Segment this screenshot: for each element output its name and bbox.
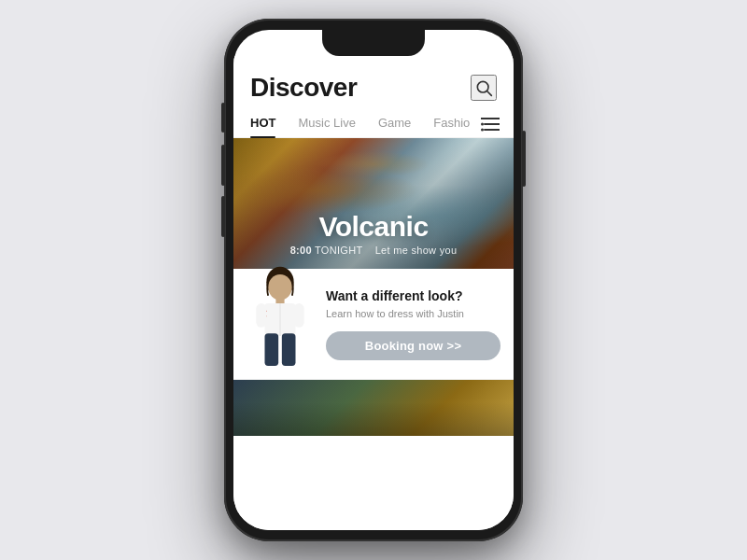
volume-button xyxy=(522,131,526,187)
svg-point-8 xyxy=(268,274,292,301)
volume-down-button xyxy=(221,196,225,237)
phone-screen: Discover HOT Music Live Game Fashio xyxy=(233,30,514,530)
svg-rect-14 xyxy=(294,303,304,328)
tab-hot[interactable]: HOT xyxy=(250,110,287,137)
hero-title: Volcanic xyxy=(233,211,514,243)
svg-rect-13 xyxy=(256,303,266,328)
app-content: Discover HOT Music Live Game Fashio xyxy=(233,56,514,530)
person-figure xyxy=(243,263,317,366)
page-title: Discover xyxy=(250,73,357,103)
hero-banner: Volcanic 8:00 TONIGHT Let me show you xyxy=(233,138,514,269)
nav-tabs: HOT Music Live Game Fashio xyxy=(233,110,514,138)
card-image-area xyxy=(233,282,322,366)
chevron-right-icon: >> xyxy=(447,339,462,353)
hero-time: 8:00 xyxy=(290,245,312,256)
hero-subtitle: 8:00 TONIGHT Let me show you xyxy=(233,245,514,256)
card-info: Want a different look? Learn how to dres… xyxy=(322,282,500,366)
svg-rect-16 xyxy=(265,333,279,366)
bottom-teaser-strip xyxy=(233,380,514,436)
menu-button[interactable] xyxy=(481,117,500,132)
svg-line-1 xyxy=(487,91,492,96)
tab-fashion[interactable]: Fashio xyxy=(422,110,481,137)
card-title: Want a different look? xyxy=(326,287,500,304)
featured-card: Want a different look? Learn how to dres… xyxy=(233,269,514,380)
app-header: Discover xyxy=(233,56,514,110)
hero-description: Let me show you xyxy=(375,245,458,256)
search-icon xyxy=(474,78,493,97)
phone-notch xyxy=(322,30,425,56)
hero-text-block: Volcanic 8:00 TONIGHT Let me show you xyxy=(233,211,514,256)
search-button[interactable] xyxy=(471,75,497,101)
card-subtitle: Learn how to dress with Justin xyxy=(326,307,500,321)
mute-button xyxy=(221,103,225,133)
tab-music-live[interactable]: Music Live xyxy=(287,110,366,137)
menu-icon xyxy=(481,117,500,132)
volume-up-button xyxy=(221,145,225,186)
phone-device: Discover HOT Music Live Game Fashio xyxy=(224,19,523,541)
svg-rect-17 xyxy=(282,333,296,366)
svg-rect-9 xyxy=(275,298,284,304)
svg-point-6 xyxy=(481,128,484,131)
tab-game[interactable]: Game xyxy=(367,110,422,137)
booking-button[interactable]: Booking now >> xyxy=(326,331,500,360)
hero-time-label: TONIGHT xyxy=(315,245,362,256)
person-avatar xyxy=(243,263,317,366)
booking-label: Booking now xyxy=(365,339,444,353)
svg-point-5 xyxy=(481,122,484,125)
